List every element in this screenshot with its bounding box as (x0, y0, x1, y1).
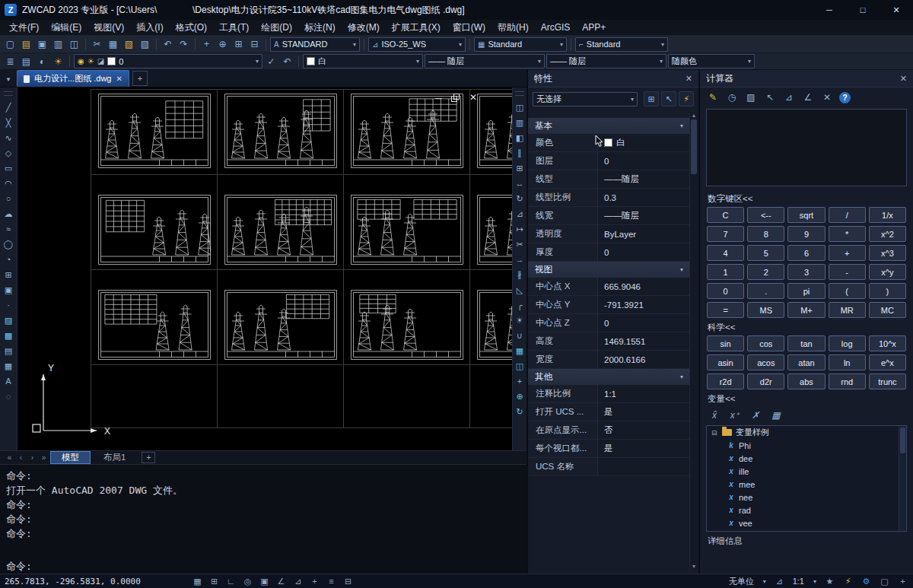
plotstyle-dropdown[interactable]: 随颜色▾ (668, 54, 755, 68)
command-line-window[interactable]: 命令:打开一个 AutoCAD 2007 DWG 文件。命令:命令:命令:命令: (0, 464, 526, 578)
tree-item[interactable]: xille (707, 465, 906, 478)
tree-item[interactable]: xnee (707, 491, 906, 504)
property-value[interactable] (598, 458, 690, 475)
tree-item[interactable]: kPhi (707, 439, 906, 452)
calc-key[interactable]: r2d (707, 373, 744, 389)
tree-item[interactable]: xrad (707, 504, 906, 516)
paste-value-icon[interactable]: ▨ (744, 91, 758, 104)
cut-icon[interactable]: ✂ (90, 37, 104, 51)
child-minimize-button[interactable]: ─ (435, 94, 441, 102)
clean-screen-icon[interactable]: ▢ (879, 577, 890, 586)
calc-key[interactable]: e^x (869, 354, 906, 370)
calc-key[interactable]: 4 (707, 245, 744, 261)
calc-key[interactable]: 5 (747, 245, 784, 261)
clear-icon[interactable]: ✎ (706, 91, 720, 104)
calc-key[interactable]: . (747, 283, 784, 299)
property-value[interactable]: 1:1 (598, 385, 690, 402)
menu-item[interactable]: APP+ (576, 20, 612, 35)
move-icon[interactable]: ↔ (513, 176, 526, 191)
ortho-icon[interactable]: ∟ (225, 577, 237, 586)
calc-key[interactable]: cos (747, 335, 784, 351)
calc-key[interactable]: sqrt (787, 207, 825, 223)
calc-key[interactable]: 10^x (869, 335, 906, 351)
calc-key[interactable]: rnd (829, 373, 866, 389)
layout-nav-icon[interactable]: ‹ (16, 453, 26, 462)
calc-key[interactable]: acos (747, 354, 784, 370)
child-restore-button[interactable] (451, 94, 460, 102)
tree-item[interactable]: xmee (707, 478, 906, 491)
erase-icon[interactable]: ◫ (513, 100, 526, 115)
add-layout-button[interactable]: + (142, 452, 155, 463)
save-icon[interactable]: ▣ (35, 37, 49, 51)
layer-properties-icon[interactable]: ≣ (3, 55, 17, 68)
tree-expander-icon[interactable]: ⊟ (711, 429, 718, 437)
insert-block-icon[interactable]: ⊞ (2, 267, 15, 282)
layout-tab-layout[interactable]: 布局1 (92, 451, 137, 464)
polygon-icon[interactable]: ◇ (2, 145, 15, 161)
property-value[interactable]: ——随层 (598, 207, 690, 224)
trim-icon[interactable]: ✂ (513, 237, 526, 252)
paste-icon[interactable]: ▧ (122, 37, 136, 51)
menu-item[interactable]: 文件(F) (3, 20, 45, 35)
table-style-dropdown[interactable]: ▦Standard▾ (474, 37, 567, 52)
delete-variable-icon[interactable]: ✗ (749, 408, 762, 422)
property-value[interactable]: 是 (598, 403, 690, 421)
calc-key[interactable]: MS (747, 302, 784, 318)
property-value[interactable]: 0 (598, 152, 690, 170)
layer-freeze-icon[interactable]: ☀ (51, 55, 65, 68)
revcloud-icon[interactable]: ☁ (2, 206, 15, 221)
join-icon[interactable]: ∪ (513, 328, 526, 343)
calc-key[interactable]: trunc (869, 373, 906, 389)
array-icon[interactable]: ⊞ (513, 161, 526, 176)
chamfer-icon[interactable]: ◺ (513, 282, 526, 297)
property-value[interactable]: ByLayer (598, 225, 690, 243)
rectangle-icon[interactable]: ▭ (2, 161, 15, 176)
close-icon[interactable]: ✕ (686, 74, 692, 84)
lineweight-display-icon[interactable]: ≡ (326, 577, 337, 586)
linetype-dropdown[interactable]: —— 随层▾ (425, 54, 545, 68)
scroll-up-icon[interactable]: ▲ (692, 113, 697, 118)
plot-icon[interactable]: ▥ (51, 37, 65, 51)
offset-icon[interactable]: ∥ (513, 145, 526, 161)
pan-view-icon[interactable]: + (513, 373, 526, 389)
gradient-icon[interactable]: ▩ (2, 328, 15, 343)
layer-isolate-icon[interactable]: ◐ (35, 55, 49, 68)
pan-icon[interactable]: + (199, 37, 214, 51)
menu-item[interactable]: 修改(M) (342, 20, 386, 35)
zoom-previous-icon[interactable]: ⊟ (247, 37, 262, 51)
calc-key[interactable]: log (829, 335, 866, 351)
selection-dropdown[interactable]: 无选择 ▾ (533, 92, 638, 106)
close-icon[interactable]: ✕ (900, 74, 907, 84)
annotation-scale-value[interactable]: 1:1 (793, 577, 804, 586)
calc-key[interactable]: MR (829, 302, 866, 318)
region-icon[interactable]: ▤ (2, 343, 15, 358)
plot-preview-icon[interactable]: ◫ (67, 37, 81, 51)
quick-select-icon[interactable]: ⚡ (679, 91, 694, 106)
calc-key[interactable]: * (829, 226, 866, 242)
close-button[interactable]: ✕ (880, 0, 913, 20)
property-value[interactable]: 0.3 (598, 189, 690, 206)
hatch-icon[interactable]: ▨ (2, 313, 15, 328)
property-section-header[interactable]: 视图▾ (528, 262, 690, 278)
menu-item[interactable]: 视图(V) (87, 20, 130, 35)
calc-key[interactable]: d2r (747, 373, 784, 389)
menu-item[interactable]: 窗口(W) (447, 20, 491, 35)
menu-item[interactable]: 编辑(E) (45, 20, 87, 35)
arc-icon[interactable]: ◠ (2, 176, 15, 191)
maximize-button[interactable]: □ (846, 0, 880, 20)
named-views-icon[interactable]: ▦ (513, 343, 526, 358)
point-icon[interactable]: · (2, 297, 15, 313)
text-style-dropdown[interactable]: ASTANDARD▾ (270, 37, 360, 52)
dyn-input-icon[interactable]: + (309, 577, 320, 586)
redraw-icon[interactable]: ↻ (513, 404, 526, 419)
calc-key[interactable]: x^2 (869, 226, 906, 242)
minimize-button[interactable]: ─ (813, 0, 846, 20)
copy-object-icon[interactable]: ▥ (513, 115, 526, 130)
child-close-button[interactable]: ✕ (469, 94, 477, 102)
help-icon[interactable]: ? (839, 92, 851, 103)
numpad-section-label[interactable]: 数字键区<< (700, 189, 913, 207)
details-label[interactable]: 详细信息 (700, 532, 913, 549)
layout-nav-icon[interactable]: › (27, 453, 37, 462)
document-tab[interactable]: 电力设计...图纸 .dwg✕ (17, 70, 129, 87)
edit-variable-icon[interactable]: x⁺ (728, 408, 742, 422)
